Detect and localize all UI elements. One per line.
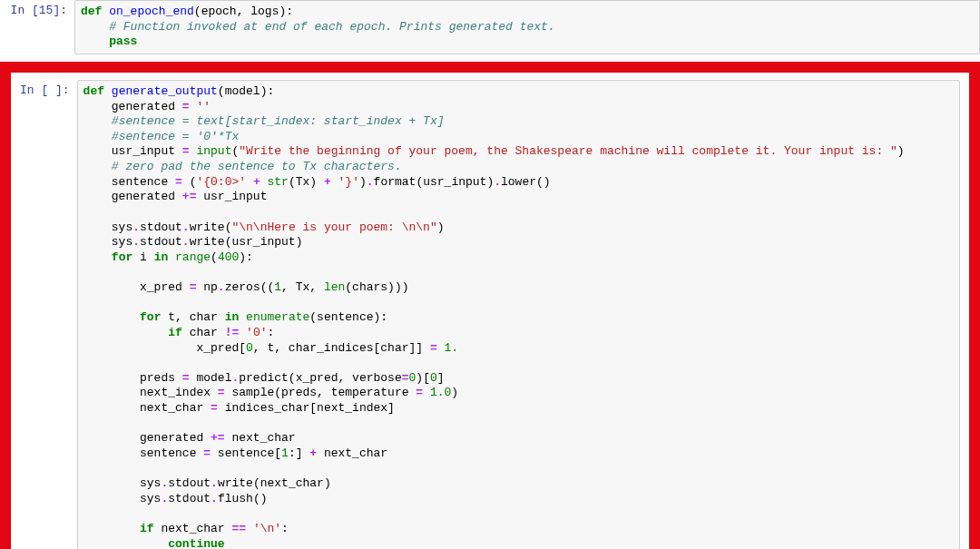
code-input-area[interactable]: def on_epoch_end(epoch, logs): # Functio…: [74, 0, 980, 54]
code-content[interactable]: def generate_output(model): generated = …: [83, 84, 954, 549]
code-cell-empty[interactable]: In [ ]: def generate_output(model): gene…: [20, 80, 960, 549]
code-cell-15[interactable]: In [15]: def on_epoch_end(epoch, logs): …: [0, 0, 980, 54]
code-input-area[interactable]: def generate_output(model): generated = …: [77, 80, 960, 549]
code-content[interactable]: def on_epoch_end(epoch, logs): # Functio…: [81, 5, 974, 50]
highlighted-cell-border: In [ ]: def generate_output(model): gene…: [0, 62, 980, 549]
input-prompt: In [ ]:: [20, 80, 77, 99]
input-prompt: In [15]:: [0, 0, 74, 19]
